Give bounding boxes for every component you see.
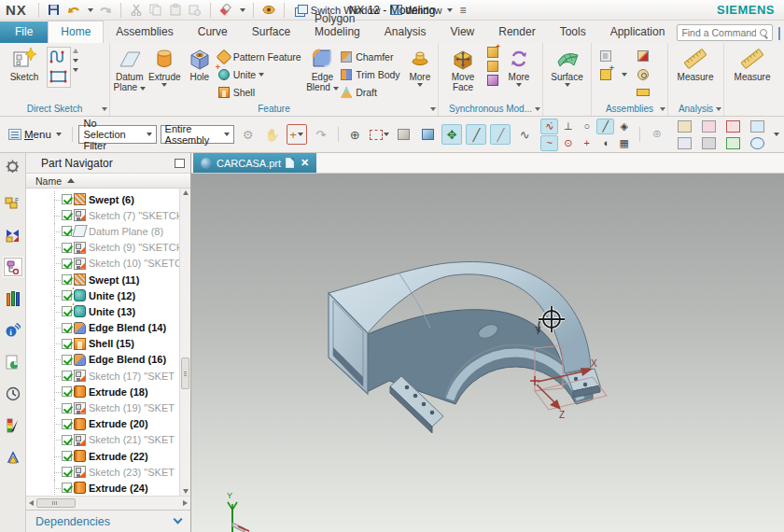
deselect-icon[interactable]: ↷ — [311, 124, 331, 145]
vertical-scrollbar[interactable] — [179, 189, 190, 496]
selection-filter-dropdown[interactable]: No Selection Filter — [78, 125, 156, 144]
dynamic-move-icon[interactable]: ✥ — [441, 124, 462, 145]
checkbox-checked-icon[interactable] — [62, 210, 72, 220]
detach-tab-icon[interactable] — [286, 158, 294, 168]
part-tab[interactable]: CARCASA.prt ✕ — [193, 153, 316, 173]
checkbox-checked-icon[interactable] — [62, 403, 72, 413]
visual-reports-icon[interactable] — [4, 448, 22, 467]
move-component-icon[interactable] — [637, 69, 649, 80]
checkbox-checked-icon[interactable] — [62, 386, 72, 397]
wave-link-icon[interactable] — [637, 50, 649, 62]
scroll-up-icon[interactable] — [183, 190, 189, 195]
select-hand-icon[interactable]: ✋ — [262, 124, 283, 145]
quadrant-snap-icon[interactable]: ◖ — [596, 135, 614, 151]
ribbon-tab-curve[interactable]: Curve — [186, 21, 240, 43]
more-rows-icon[interactable] — [73, 68, 78, 72]
tree-item[interactable]: Extrude (22) — [26, 448, 179, 464]
tree-item[interactable]: Extrude (20) — [26, 416, 179, 432]
rectangle-select-icon[interactable] — [369, 124, 389, 145]
trim-body-button[interactable]: Trim Body — [340, 65, 403, 83]
spline-icon[interactable]: ∿ — [514, 124, 535, 145]
tree-item[interactable]: Sketch (7) "SKETCH — [26, 207, 179, 223]
tree-item[interactable]: Swept (6) — [26, 191, 179, 207]
tree-item[interactable]: Sketch (23) "SKET — [26, 464, 179, 480]
profile-curve-icon[interactable] — [49, 49, 68, 66]
ribbon-tab-surface[interactable]: Surface — [240, 21, 302, 43]
extrude-button[interactable]: Extrude — [147, 45, 183, 87]
sketch-button[interactable]: Sketch — [2, 45, 47, 82]
checkbox-checked-icon[interactable] — [62, 339, 72, 349]
shaded-view-icon[interactable] — [393, 124, 413, 145]
ribbon-tab-tools[interactable]: Tools — [548, 21, 598, 43]
feature-more-button[interactable]: More — [404, 45, 436, 87]
center-snap-icon[interactable]: ⊙ — [559, 135, 577, 151]
horizontal-scrollbar[interactable] — [26, 496, 190, 510]
perpendicular-snap-icon[interactable]: ⊥ — [559, 119, 577, 134]
scrollbar-thumb[interactable] — [181, 357, 189, 389]
layer-icon[interactable] — [750, 120, 764, 133]
highlight-add-icon[interactable]: + — [287, 124, 307, 145]
chamfer-button[interactable]: Chamfer — [340, 48, 403, 65]
wireframe-view-icon[interactable] — [417, 124, 438, 145]
history-clock-icon[interactable] — [4, 385, 22, 403]
find-command-input[interactable] — [681, 27, 756, 38]
synchronous-more-button[interactable]: More — [500, 45, 538, 87]
ribbon-tab-polygon-modeling[interactable]: Polygon Modeling — [302, 8, 372, 43]
assembly-navigator-icon[interactable]: F — [4, 194, 22, 213]
checkbox-checked-icon[interactable] — [62, 290, 72, 301]
checkbox-checked-icon[interactable] — [62, 306, 72, 316]
dependencies-section[interactable]: Dependencies — [26, 510, 190, 532]
materials-icon[interactable] — [4, 416, 22, 435]
move-face-button[interactable]: Move Face — [441, 45, 485, 92]
checkbox-checked-icon[interactable] — [62, 451, 72, 461]
delete-face-icon[interactable] — [487, 47, 498, 58]
checkbox-checked-icon[interactable] — [62, 274, 72, 285]
point-on-curve-snap-icon[interactable]: ∿̇ — [540, 119, 558, 134]
checkbox-checked-icon[interactable] — [62, 419, 72, 429]
replace-face-icon[interactable] — [487, 61, 498, 72]
tree-item[interactable]: Unite (13) — [26, 303, 179, 319]
ribbon-tab-view[interactable]: View — [438, 21, 486, 43]
line-snap-icon[interactable]: ╱ — [596, 119, 614, 134]
snap-scope-icon[interactable]: ⊕ — [344, 124, 365, 145]
tree-item[interactable]: Sketch (21) "SKET — [26, 432, 179, 448]
datum-plane-button[interactable]: Datum Plane — [112, 45, 147, 92]
tree-item[interactable]: Swept (11) — [26, 272, 179, 287]
curve-snap-icon[interactable]: ~ — [540, 135, 558, 151]
panel-window-icon[interactable] — [175, 159, 185, 168]
grid-snap-icon[interactable]: ▦ — [615, 135, 633, 151]
ribbon-options-icon[interactable] — [778, 27, 780, 40]
circle-snap-icon[interactable]: ○ — [578, 119, 595, 134]
pattern-component-icon[interactable] — [637, 89, 650, 96]
menu-button[interactable]: Menu — [5, 127, 65, 142]
group-dialog-icon[interactable] — [102, 107, 107, 111]
checkbox-checked-icon[interactable] — [62, 371, 72, 381]
roles-gear-icon[interactable] — [4, 157, 22, 175]
tree-item[interactable]: Edge Blend (14) — [26, 320, 179, 336]
web-browser-icon[interactable] — [4, 353, 22, 371]
scroll-left-icon[interactable] — [29, 500, 34, 506]
tree-item[interactable]: Unite (12) — [26, 287, 179, 303]
scrollbar-thumb[interactable] — [36, 498, 76, 508]
sheet-icon[interactable] — [702, 137, 716, 149]
offset-region-icon[interactable] — [487, 75, 498, 86]
ribbon-tab-analysis[interactable]: Analysis — [372, 21, 439, 43]
window-capture-icon[interactable]: ⌾ — [647, 124, 667, 145]
line-tool-icon[interactable]: ╱ — [466, 124, 486, 145]
assemblies-dropdown-icon[interactable] — [622, 73, 627, 77]
scroll-right-icon[interactable] — [183, 500, 188, 506]
group-dialog-icon[interactable] — [716, 107, 721, 111]
ribbon-tab-application[interactable]: Application — [598, 21, 678, 43]
find-command-box[interactable] — [677, 24, 773, 41]
measure-button-2[interactable]: Measure — [726, 45, 778, 82]
ribbon-tab-render[interactable]: Render — [486, 21, 547, 43]
tree-item[interactable]: Shell (15) — [26, 336, 179, 352]
sync-view-icon[interactable] — [750, 137, 764, 149]
edge-blend-button[interactable]: Edge Blend — [305, 45, 341, 92]
ribbon-tab-home[interactable]: Home — [48, 21, 104, 43]
scene-preferences-icon[interactable] — [678, 120, 692, 133]
hole-button[interactable]: Hole — [182, 45, 217, 82]
line-tool2-icon[interactable]: ╱ — [490, 124, 511, 145]
checkbox-checked-icon[interactable] — [62, 194, 72, 204]
group-dialog-icon[interactable] — [535, 107, 540, 111]
